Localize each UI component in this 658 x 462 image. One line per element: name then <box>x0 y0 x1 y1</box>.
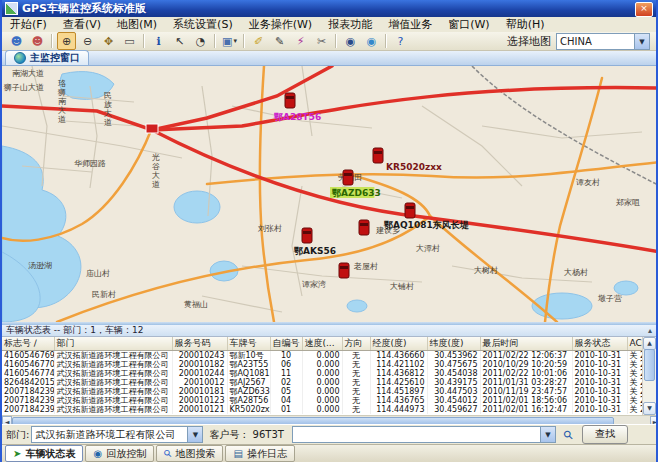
table-cell: 200010243 <box>172 351 227 361</box>
table-row[interactable]: 8264842015武汉拓新道路环境工程有限公司20010012鄂AJ25670… <box>2 378 647 387</box>
map-select-combobox[interactable]: CHINA ▼ <box>556 33 650 50</box>
menu-item[interactable]: 窗口(W) <box>440 17 497 32</box>
column-header[interactable]: 经度(度) <box>370 337 427 351</box>
pan-icon[interactable]: ✥ <box>99 32 118 50</box>
table-cell: 20071842394 <box>2 396 54 405</box>
measure-icon[interactable]: ▭ <box>120 32 139 50</box>
scroll-down-icon[interactable]: ▼ <box>643 402 656 415</box>
tab-操作日志[interactable]: ▤操作日志 <box>225 445 294 462</box>
table-row[interactable]: 4160546770武汉拓新道路环境工程有限公司200010182鄂A23T55… <box>2 360 647 369</box>
column-header[interactable]: 最后时间 <box>480 337 572 351</box>
menu-item[interactable]: 业务操作(W) <box>241 17 320 32</box>
table-row[interactable]: 4160546774武汉拓新道路环境工程有限公司200010244鄂AQ1081… <box>2 369 647 378</box>
table-cell: 0.000 <box>302 396 342 405</box>
find-button[interactable]: 查找 <box>582 425 628 444</box>
vertical-scrollbar[interactable]: ▲ ▼ <box>642 337 656 415</box>
collapse-icon[interactable]: ▴ <box>648 326 652 335</box>
menu-item[interactable]: 查看(V) <box>55 17 109 32</box>
tab-车辆状态表[interactable]: ➤车辆状态表 <box>5 445 83 462</box>
column-header[interactable]: 自编号 <box>270 337 302 351</box>
table-cell: 4160546770 <box>2 360 54 369</box>
search-icon[interactable]: ⚲ <box>560 427 578 443</box>
compass-icon[interactable]: ◔ <box>191 32 210 50</box>
close-button[interactable]: × <box>635 2 653 17</box>
dept-label: 部门: <box>6 428 29 442</box>
chevron-down-icon[interactable]: ▼ <box>634 34 649 49</box>
chevron-down-icon[interactable]: ▼ <box>187 427 202 442</box>
map-place-label: 光谷大道 <box>152 153 160 189</box>
column-header[interactable]: 车牌号 <box>227 337 270 351</box>
map-canvas[interactable]: 南湖大道狮子山大道珞狮南大道民族大道光谷大道华师园路汤逊湖庙山村民新村黄福山刘张… <box>2 66 658 322</box>
menu-item[interactable]: 开始(F) <box>2 17 55 32</box>
menu-item[interactable]: 地图(M) <box>109 17 165 32</box>
toolbar-separator <box>385 34 387 48</box>
table-cell: 114.436765 <box>370 396 427 405</box>
help-icon[interactable]: ? <box>391 32 410 50</box>
globe-dark-icon[interactable]: ◉ <box>341 32 360 50</box>
title-bar[interactable]: GPS车辆监控系统标准版 × <box>2 0 656 17</box>
menu-item[interactable]: 增值业务 <box>380 17 440 32</box>
menu-item[interactable]: 系统设置(S) <box>165 17 241 32</box>
chevron-down-icon[interactable]: ▾ <box>233 37 237 45</box>
menu-bar: 开始(F)查看(V)地图(M)系统设置(S)业务操作(W)报表功能增值业务窗口(… <box>2 17 656 33</box>
column-header[interactable]: 标志号 ∕ <box>2 337 54 351</box>
table-cell: 2010-10-31 <box>572 369 627 378</box>
table-cell: 2011/02/22 10:01:06 <box>480 369 572 378</box>
table-cell: 鄂新10号 <box>227 351 270 361</box>
table-row[interactable]: 20071842394武汉拓新道路环境工程有限公司200010123鄂A28T5… <box>2 396 647 405</box>
table-cell: 0.000 <box>302 360 342 369</box>
map-place-label: 汤逊湖 <box>28 261 52 270</box>
map-place-label: 南湖大道 <box>12 69 44 78</box>
layers-icon[interactable]: ▣▾ <box>220 32 239 50</box>
vehicle-marker[interactable] <box>339 263 349 278</box>
column-header[interactable]: 速度(... <box>302 337 342 351</box>
tab-main-monitor-window[interactable]: 主监控窗口 <box>5 50 89 65</box>
table-row[interactable]: 4160546769武汉拓新道路环境工程有限公司200010243鄂新10号10… <box>2 351 647 361</box>
search-combobox[interactable]: ▼ <box>292 426 556 443</box>
select-arrow-icon[interactable]: ↖ <box>170 32 189 50</box>
map-search-icon: ⚲ <box>161 447 174 460</box>
table-row[interactable]: 20071842390武汉拓新道路环境工程有限公司200010181鄂AZD63… <box>2 387 647 396</box>
vertical-scroll-thumb[interactable] <box>644 349 655 381</box>
user-red-icon[interactable]: ☻ <box>28 32 47 50</box>
measure-icon: ▭ <box>124 35 134 48</box>
table-cell: 200010182 <box>172 360 227 369</box>
column-header[interactable]: 方向 <box>342 337 370 351</box>
vehicle-panel-header: 车辆状态表 -- 部门：1，车辆：12 ▴ <box>2 325 656 337</box>
map-window-tab-label: 主监控窗口 <box>30 51 80 65</box>
table-cell: KR5020zxx <box>227 405 270 414</box>
table-cell: 2010-10-31 <box>572 387 627 396</box>
vehicle-marker[interactable] <box>359 220 369 235</box>
zoom-in-icon[interactable]: ⊕ <box>57 32 76 50</box>
pencil-icon[interactable]: ✎ <box>270 32 289 50</box>
user-blue-icon[interactable]: ☻ <box>7 32 26 50</box>
info-icon[interactable]: ℹ <box>149 32 168 50</box>
table-cell: 114.436660 <box>370 351 427 361</box>
globe-dark-icon: ◉ <box>346 35 356 48</box>
tab-回放控制[interactable]: ◉回放控制 <box>85 445 154 462</box>
pin-icon[interactable]: ✐ <box>249 32 268 50</box>
menu-item[interactable]: 帮助(H) <box>498 17 553 32</box>
tab-地图搜索[interactable]: ⚲地图搜索 <box>156 445 223 462</box>
globe-blue-icon[interactable]: ◉ <box>362 32 381 50</box>
table-cell: 04 <box>270 396 302 405</box>
table-cell: 鄂AJ2567 <box>227 378 270 387</box>
table-cell: 鄂AZD633 <box>227 387 270 396</box>
table-cell: 114.444973 <box>370 405 427 414</box>
zoom-out-icon[interactable]: ⊖ <box>78 32 97 50</box>
column-header[interactable]: 部门 <box>54 337 172 351</box>
column-header[interactable]: 纬度(度) <box>427 337 480 351</box>
table-cell: 4160546774 <box>2 369 54 378</box>
dept-combobox[interactable]: 武汉拓新道路环境工程有限公司 ▼ <box>31 426 203 443</box>
menu-item[interactable]: 报表功能 <box>320 17 380 32</box>
column-header[interactable]: 服务号码 <box>172 337 227 351</box>
tools-icon[interactable]: ✂ <box>312 32 331 50</box>
table-row[interactable]: 20071842398武汉拓新道路环境工程有限公司200010121KR5020… <box>2 405 647 414</box>
tab-label: 车辆状态表 <box>25 447 75 461</box>
column-header[interactable]: 服务状态 <box>572 337 627 351</box>
chevron-down-icon[interactable]: ▼ <box>540 427 555 442</box>
table-cell: 01 <box>270 405 302 414</box>
route-icon[interactable]: ⚡ <box>291 32 310 50</box>
route-icon: ⚡ <box>297 35 305 48</box>
table-cell: 10 <box>270 351 302 361</box>
